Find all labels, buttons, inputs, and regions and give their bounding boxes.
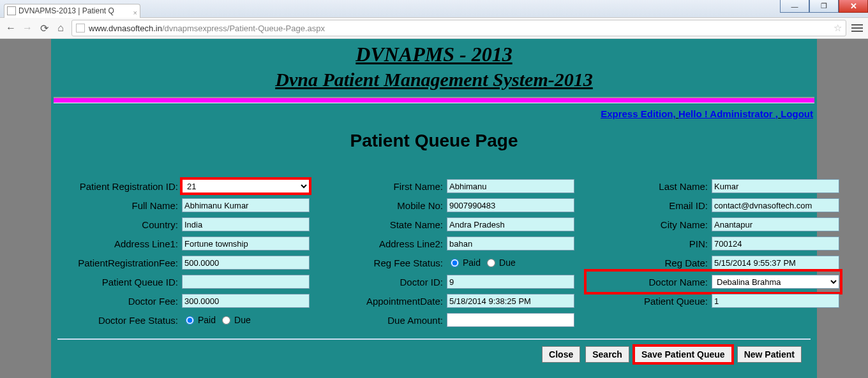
app-title-1: DVNAPMS - 2013: [51, 39, 817, 66]
city-name-input[interactable]: [712, 217, 839, 231]
doctor-fee-due-radio[interactable]: [222, 316, 230, 324]
logout-link[interactable]: Logout: [781, 108, 813, 119]
search-button[interactable]: Search: [585, 346, 629, 363]
address2-input[interactable]: [447, 236, 574, 251]
reg-date-input[interactable]: [712, 256, 839, 270]
doctor-fee-paid-radio[interactable]: [186, 316, 194, 324]
label-reg-fee: PatientRegistrationFee:: [57, 258, 182, 268]
label-full-name: Full Name:: [57, 200, 182, 211]
label-patient-queue: Patient Queue:: [587, 296, 712, 307]
patient-reg-id-select[interactable]: 21: [182, 179, 310, 193]
close-button[interactable]: Close: [542, 346, 580, 363]
doctor-id-input[interactable]: [447, 275, 574, 289]
patient-form: Patient Registration ID: 21 First Name: …: [51, 177, 817, 330]
label-address1: Address Line1:: [57, 238, 182, 249]
reg-fee-status-group: Paid Due: [447, 258, 574, 268]
label-doctor-id: Doctor ID:: [322, 277, 447, 287]
url-bar[interactable]: www.dvnasoftech.in/dvnapmsexpress/Patien…: [71, 20, 846, 36]
window-minimize-button[interactable]: —: [780, 0, 809, 13]
reg-fee-paid-label: Paid: [463, 258, 481, 268]
pin-input[interactable]: [712, 236, 839, 251]
first-name-input[interactable]: [447, 179, 574, 193]
label-doctor-fee-status: Doctor Fee Status:: [57, 315, 182, 326]
app-title-2: Dvna Patient Management System-2013: [51, 69, 817, 91]
label-address2: Address Line2:: [322, 238, 447, 249]
url-host: www.dvnasoftech.in: [89, 24, 162, 33]
doctor-fee-status-group: Paid Due: [182, 315, 310, 325]
label-last-name: Last Name:: [587, 181, 712, 192]
appointment-date-input[interactable]: [447, 294, 574, 308]
browser-tab[interactable]: DVNAPMS-2013 | Patient Q ×: [4, 4, 140, 18]
label-doctor-fee: Doctor Fee:: [57, 296, 182, 307]
button-bar: Close Search Save Patient Queue New Pati…: [51, 344, 817, 363]
label-mobile-no: Mobile No:: [322, 200, 447, 211]
patient-queue-input[interactable]: [712, 294, 839, 308]
reg-fee-due-radio[interactable]: [487, 259, 495, 267]
page-title: Patient Queue Page: [51, 131, 817, 151]
label-patient-reg-id: Patient Registration ID:: [57, 181, 182, 192]
email-id-input[interactable]: [712, 198, 839, 212]
patient-queue-id-input[interactable]: [182, 275, 310, 289]
form-divider: [57, 338, 811, 340]
address1-input[interactable]: [182, 236, 310, 251]
label-reg-fee-status: Reg Fee Status:: [322, 258, 447, 268]
mobile-no-input[interactable]: [447, 198, 574, 212]
last-name-input[interactable]: [712, 179, 839, 193]
browser-titlebar: DVNAPMS-2013 | Patient Q × — ❐ ✕: [0, 0, 868, 18]
label-appointment-date: AppointmentDate:: [322, 296, 447, 307]
nav-forward-icon[interactable]: →: [22, 22, 33, 34]
label-first-name: First Name:: [322, 181, 447, 192]
login-info: Express Edition, Hello ! Administrator ,…: [51, 105, 817, 119]
doctor-fee-paid-label: Paid: [198, 315, 216, 325]
favicon-icon: [7, 6, 16, 15]
label-pin: PIN:: [587, 238, 712, 249]
label-doctor-name: Doctor Name:: [587, 277, 712, 287]
label-due-amount: Due Amount:: [322, 315, 447, 326]
new-patient-button[interactable]: New Patient: [737, 346, 802, 363]
label-reg-date: Reg Date:: [587, 258, 712, 268]
doctor-fee-input[interactable]: [182, 294, 310, 308]
bookmark-star-icon[interactable]: ☆: [834, 22, 842, 34]
nav-reload-icon[interactable]: ⟳: [38, 22, 50, 34]
nav-home-icon[interactable]: ⌂: [55, 22, 66, 34]
hello-user-link[interactable]: Hello ! Administrator ,: [678, 108, 778, 119]
full-name-input[interactable]: [182, 198, 310, 212]
doctor-fee-due-label: Due: [234, 315, 251, 325]
chrome-menu-icon[interactable]: [851, 24, 863, 32]
state-name-input[interactable]: [447, 217, 574, 231]
label-city-name: City Name:: [587, 219, 712, 230]
window-close-button[interactable]: ✕: [839, 0, 868, 13]
reg-fee-input[interactable]: [182, 256, 310, 270]
country-input[interactable]: [182, 217, 310, 231]
window-controls: — ❐ ✕: [780, 0, 868, 13]
url-path: /dvnapmsexpress/Patient-Queue-Page.aspx: [162, 24, 325, 33]
divider-magenta: [54, 97, 814, 103]
page-body: DVNAPMS - 2013 Dvna Patient Management S…: [51, 39, 817, 378]
window-maximize-button[interactable]: ❐: [809, 0, 839, 13]
reg-fee-due-label: Due: [499, 258, 516, 268]
doctor-name-select[interactable]: Debalina Brahma: [712, 275, 839, 289]
tab-title: DVNAPMS-2013 | Patient Q: [19, 6, 114, 15]
due-amount-input[interactable]: [447, 313, 574, 327]
reg-fee-paid-radio[interactable]: [451, 259, 459, 267]
save-patient-queue-button[interactable]: Save Patient Queue: [634, 346, 732, 363]
tab-close-icon[interactable]: ×: [133, 6, 137, 18]
label-email-id: Email ID:: [587, 200, 712, 211]
nav-back-icon[interactable]: ←: [5, 22, 17, 34]
edition-link[interactable]: Express Edition,: [601, 108, 676, 119]
viewport: DVNAPMS - 2013 Dvna Patient Management S…: [0, 39, 868, 378]
browser-toolbar: ← → ⟳ ⌂ www.dvnasoftech.in/dvnapmsexpres…: [0, 18, 868, 39]
label-patient-queue-id: Patient Queue ID:: [57, 277, 182, 287]
label-country: Country:: [57, 219, 182, 230]
page-icon: [76, 24, 85, 33]
label-state-name: State Name:: [322, 219, 447, 230]
